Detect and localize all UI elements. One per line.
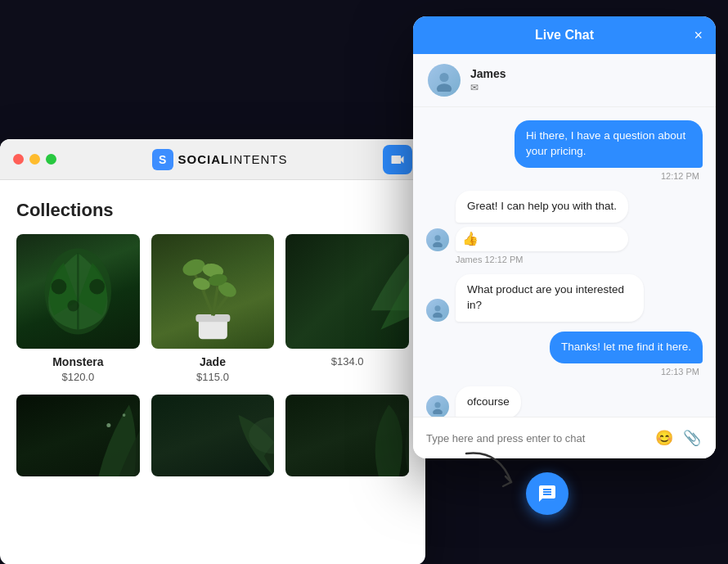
message-text-agent-1a: Great! I can help you with that. bbox=[456, 191, 628, 223]
logo-text: SOCIALINTENTS bbox=[178, 152, 288, 166]
product-price-jade: $115.0 bbox=[151, 371, 275, 383]
logo-icon: S bbox=[152, 149, 173, 170]
message-group-2: Great! I can help you with that. 👍 James… bbox=[426, 191, 703, 264]
chat-widget: Live Chat × James ✉ Hi there, I have a q… bbox=[413, 16, 716, 458]
svg-point-20 bbox=[439, 73, 448, 82]
message-time-1: 12:12 PM bbox=[426, 171, 703, 181]
svg-point-22 bbox=[434, 235, 440, 241]
agent-details: James ✉ bbox=[470, 67, 506, 93]
agent-info: James ✉ bbox=[413, 54, 716, 107]
svg-point-27 bbox=[433, 408, 443, 413]
attach-button[interactable]: 📎 bbox=[681, 427, 703, 449]
product-card-monstera[interactable]: Monstera $120.0 bbox=[16, 234, 140, 383]
product-name-jade: Jade bbox=[151, 355, 275, 368]
product-card-5[interactable] bbox=[151, 395, 275, 476]
svg-point-16 bbox=[107, 423, 111, 427]
maximize-dot[interactable] bbox=[46, 154, 56, 165]
product-card-jade[interactable]: Jade $115.0 bbox=[151, 234, 275, 383]
logo-light: INTENTS bbox=[229, 152, 287, 166]
logo-bold: SOCIAL bbox=[178, 152, 230, 166]
agent-avatar-small-1 bbox=[426, 228, 449, 251]
message-bubble-agent-2: What product are you interested in? bbox=[456, 274, 644, 322]
svg-rect-5 bbox=[195, 314, 230, 322]
message-bubble-user-2: Thanks! let me find it here. bbox=[550, 332, 703, 363]
message-group-1: Hi there, I have a question about your p… bbox=[426, 120, 703, 181]
product-image-jade bbox=[151, 234, 275, 349]
product-image-4 bbox=[16, 395, 140, 476]
agent-name: James bbox=[470, 67, 506, 80]
message-group-5: ofcourse bbox=[426, 386, 703, 417]
chat-header: Live Chat × bbox=[413, 16, 716, 54]
svg-point-15 bbox=[191, 276, 211, 291]
product-image-monstera bbox=[16, 234, 140, 349]
close-dot[interactable] bbox=[13, 154, 24, 165]
emoji-button[interactable]: 😊 bbox=[654, 427, 675, 449]
chat-title: Live Chat bbox=[535, 28, 594, 43]
message-emoji-agent-1b: 👍 bbox=[456, 227, 628, 251]
message-row-agent-3: ofcourse bbox=[426, 386, 703, 417]
agent-avatar-small-3 bbox=[426, 395, 449, 417]
product-grid-row1: Monstera $120.0 bbox=[16, 234, 409, 383]
chat-messages: Hi there, I have a question about your p… bbox=[413, 107, 716, 417]
window-controls bbox=[13, 154, 56, 165]
message-group-3: What product are you interested in? bbox=[426, 274, 703, 322]
site-logo: S SOCIALINTENTS bbox=[152, 149, 288, 170]
product-image-6 bbox=[285, 395, 409, 476]
product-card-6[interactable] bbox=[285, 395, 409, 476]
product-card-4[interactable] bbox=[16, 395, 140, 476]
product-image-3 bbox=[285, 234, 409, 349]
svg-point-23 bbox=[433, 242, 443, 247]
message-time-4: 12:13 PM bbox=[426, 367, 703, 377]
browser-window: S SOCIALINTENTS Collections bbox=[0, 139, 425, 564]
page-title: Collections bbox=[16, 200, 409, 221]
arrow-decoration bbox=[458, 445, 524, 494]
svg-point-1 bbox=[52, 279, 67, 295]
product-price-3: $134.0 bbox=[285, 355, 409, 368]
product-grid-row2 bbox=[16, 395, 409, 476]
svg-line-6 bbox=[203, 291, 213, 315]
svg-point-3 bbox=[67, 300, 79, 312]
agent-avatar-small-2 bbox=[426, 299, 449, 322]
product-card-3[interactable]: $134.0 bbox=[285, 234, 409, 383]
product-name-monstera: Monstera bbox=[16, 355, 140, 368]
svg-point-21 bbox=[437, 83, 452, 92]
svg-point-24 bbox=[434, 305, 440, 311]
chat-input-icons: 😊 📎 bbox=[654, 427, 703, 449]
avatar bbox=[428, 64, 461, 97]
message-bubble-agent-3: ofcourse bbox=[456, 386, 521, 417]
message-row-user-2: Thanks! let me find it here. bbox=[426, 332, 703, 363]
chat-fab-button[interactable] bbox=[526, 472, 568, 515]
message-row-user-1: Hi there, I have a question about your p… bbox=[426, 120, 703, 168]
message-row-agent-1: Great! I can help you with that. 👍 bbox=[426, 191, 703, 251]
svg-point-17 bbox=[123, 413, 126, 417]
chat-input[interactable] bbox=[426, 432, 645, 444]
email-icon: ✉ bbox=[470, 82, 506, 93]
close-button[interactable]: × bbox=[694, 28, 703, 43]
svg-point-26 bbox=[434, 402, 440, 408]
message-group-4: Thanks! let me find it here. 12:13 PM bbox=[426, 332, 703, 377]
browser-toolbar: S SOCIALINTENTS bbox=[0, 139, 425, 180]
svg-point-2 bbox=[89, 279, 105, 295]
product-price-monstera: $120.0 bbox=[16, 371, 140, 383]
svg-point-25 bbox=[433, 313, 443, 318]
product-image-5 bbox=[151, 395, 275, 476]
browser-content: Collections bbox=[0, 180, 425, 496]
zoom-icon[interactable] bbox=[383, 145, 412, 174]
minimize-dot[interactable] bbox=[29, 154, 40, 165]
message-time-2: James 12:12 PM bbox=[426, 255, 703, 264]
message-row-agent-2: What product are you interested in? bbox=[426, 274, 703, 322]
message-bubble-user-1: Hi there, I have a question about your p… bbox=[515, 120, 703, 168]
